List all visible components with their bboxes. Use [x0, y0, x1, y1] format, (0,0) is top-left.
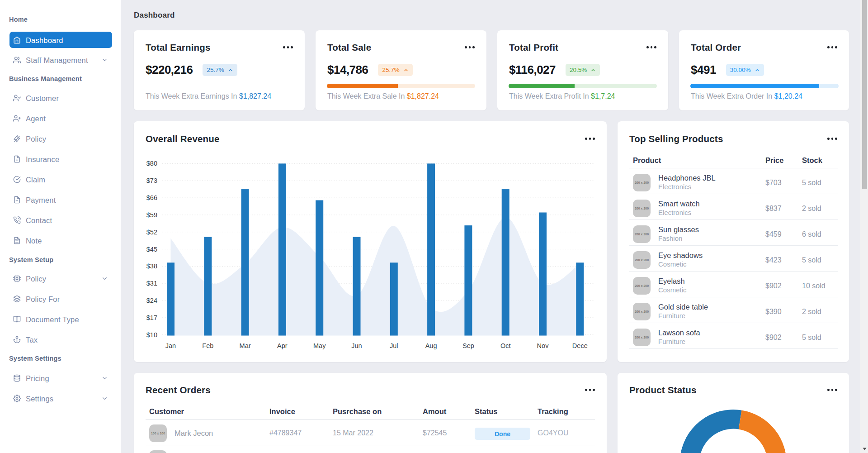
svg-text:May: May [313, 342, 326, 349]
svg-text:Jul: Jul [390, 342, 398, 349]
svg-text:Sep: Sep [462, 342, 474, 349]
svg-text:$10: $10 [146, 331, 157, 339]
svg-text:$24: $24 [146, 297, 157, 304]
svg-text:Mar: Mar [240, 342, 251, 349]
svg-text:$31: $31 [146, 280, 157, 287]
svg-text:$80: $80 [146, 160, 157, 167]
svg-text:Oct: Oct [500, 342, 511, 349]
svg-text:$17: $17 [146, 314, 157, 321]
svg-text:$52: $52 [146, 229, 157, 236]
svg-text:Apr: Apr [277, 342, 288, 349]
svg-text:$66: $66 [146, 194, 157, 201]
svg-text:Aug: Aug [425, 342, 437, 349]
svg-text:Dece: Dece [572, 342, 588, 349]
svg-text:$45: $45 [146, 246, 157, 253]
svg-text:Jan: Jan [165, 342, 176, 349]
svg-text:$38: $38 [146, 262, 157, 270]
svg-text:Jun: Jun [351, 342, 362, 349]
svg-text:$59: $59 [146, 211, 157, 219]
svg-text:Nov: Nov [537, 342, 549, 349]
svg-text:Feb: Feb [202, 342, 213, 349]
svg-text:$73: $73 [146, 177, 157, 184]
